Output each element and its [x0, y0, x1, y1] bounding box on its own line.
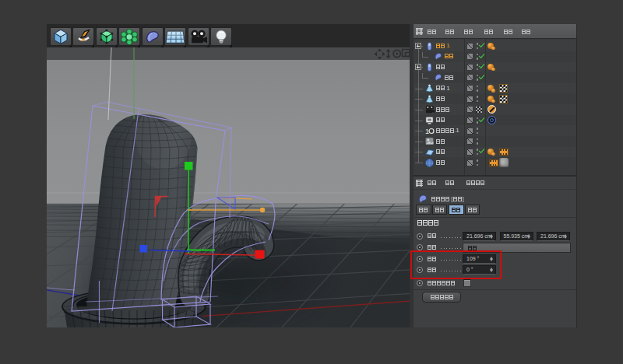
svg-text:1: 1 — [425, 128, 429, 135]
